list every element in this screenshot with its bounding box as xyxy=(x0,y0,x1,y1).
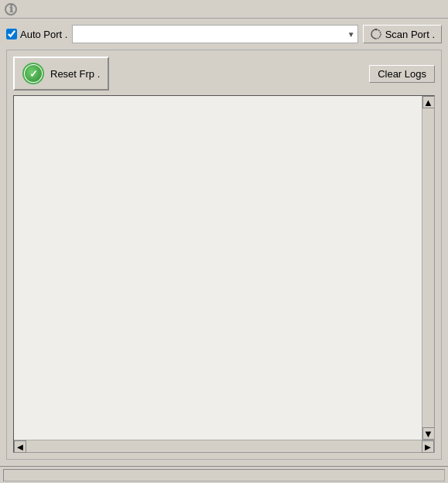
scan-port-label: Scan Port . xyxy=(385,29,435,40)
checkmark-icon: ✓ xyxy=(25,65,42,82)
log-and-scroll: ▲ ▼ xyxy=(14,96,434,440)
action-row: ✓ Reset Frp . Clear Logs xyxy=(13,57,435,91)
clear-logs-button[interactable]: Clear Logs xyxy=(369,65,435,83)
port-select-wrapper[interactable]: ▼ xyxy=(72,25,357,43)
info-icon: ℹ xyxy=(5,3,17,15)
arrow-up-icon: ▲ xyxy=(423,97,433,108)
reset-frp-button[interactable]: ✓ Reset Frp . xyxy=(13,57,109,91)
status-bar xyxy=(0,466,448,483)
arrow-left-icon: ◄ xyxy=(15,441,26,453)
port-select[interactable] xyxy=(72,25,357,43)
arrow-down-icon: ▼ xyxy=(423,428,433,440)
action-panel: ✓ Reset Frp . Clear Logs ▲ xyxy=(6,50,442,460)
main-content: Auto Port . ▼ Scan Port . xyxy=(0,19,448,466)
auto-port-container[interactable]: Auto Port . xyxy=(6,29,67,40)
auto-port-label: Auto Port . xyxy=(20,29,67,40)
scroll-right-arrow[interactable]: ► xyxy=(422,440,434,453)
auto-port-checkbox[interactable] xyxy=(6,29,17,39)
scroll-v-track[interactable] xyxy=(422,108,434,427)
scan-port-button[interactable]: Scan Port . xyxy=(363,25,442,43)
scroll-down-arrow[interactable]: ▼ xyxy=(422,427,435,440)
scroll-up-arrow[interactable]: ▲ xyxy=(422,96,435,108)
log-outer: ▲ ▼ ◄ ► xyxy=(13,95,435,453)
scan-icon xyxy=(370,28,382,40)
arrow-right-icon: ► xyxy=(423,441,433,453)
reset-frp-label: Reset Frp . xyxy=(50,68,100,80)
scroll-left-arrow[interactable]: ◄ xyxy=(14,440,26,453)
log-area[interactable] xyxy=(14,96,422,440)
horizontal-scrollbar-row: ◄ ► xyxy=(14,440,434,452)
vertical-scrollbar[interactable]: ▲ ▼ xyxy=(422,96,434,440)
title-bar: ℹ xyxy=(0,0,448,19)
scroll-h-track[interactable] xyxy=(26,440,422,452)
check-circle-icon: ✓ xyxy=(22,63,44,84)
port-row: Auto Port . ▼ Scan Port . xyxy=(6,25,442,43)
status-panel xyxy=(3,469,445,481)
